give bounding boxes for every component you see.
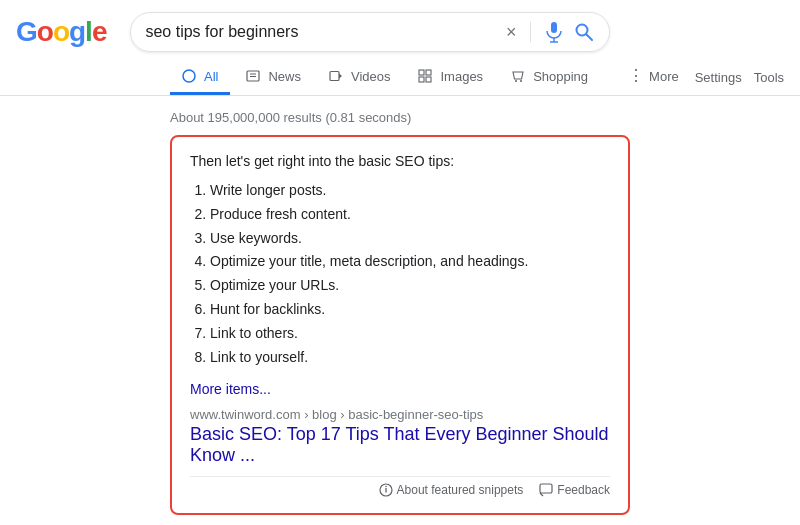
tools-link[interactable]: Tools (754, 70, 784, 85)
divider-line (530, 22, 531, 42)
search-input[interactable] (145, 23, 497, 41)
logo-o2: o (53, 16, 69, 48)
info-icon (379, 483, 393, 497)
snippet-intro: Then let's get right into the basic SEO … (190, 153, 610, 169)
tab-images-label: Images (440, 69, 483, 84)
svg-rect-11 (419, 70, 424, 75)
google-logo-text: Google (16, 16, 106, 48)
mic-icon (545, 21, 563, 43)
search-icons: × (506, 21, 596, 43)
svg-marker-10 (339, 74, 342, 79)
snippet-item-2: Produce fresh content. (210, 203, 610, 227)
snippet-item-7: Link to others. (210, 322, 610, 346)
images-tab-icon (418, 69, 432, 83)
svg-point-16 (520, 80, 522, 82)
snippet-item-5: Optimize your URLs. (210, 274, 610, 298)
logo-l: l (85, 16, 92, 48)
settings-link[interactable]: Settings (695, 70, 742, 85)
snippet-item-8: Link to yourself. (210, 346, 610, 370)
tab-all[interactable]: All (170, 61, 230, 95)
search-submit-button[interactable] (573, 21, 595, 43)
more-dots-icon: ⋮ (628, 68, 644, 84)
svg-point-19 (385, 486, 387, 488)
logo-o1: o (37, 16, 53, 48)
svg-point-15 (515, 80, 517, 82)
logo-e: e (92, 16, 107, 48)
svg-rect-14 (426, 77, 431, 82)
more-items-link[interactable]: More items... (190, 381, 271, 397)
snippet-item-3: Use keywords. (210, 227, 610, 251)
tab-news[interactable]: News (234, 61, 313, 95)
logo-g2: g (69, 16, 85, 48)
tab-videos[interactable]: Videos (317, 61, 403, 95)
logo-g: G (16, 16, 37, 48)
snippet-title-link[interactable]: Basic SEO: Top 17 Tips That Every Beginn… (190, 424, 610, 466)
search-bar: × (130, 12, 610, 52)
header: Google × (0, 0, 800, 52)
clear-button[interactable]: × (506, 22, 517, 43)
featured-snippet: Then let's get right into the basic SEO … (170, 135, 630, 515)
snippet-source-url: www.twinword.com › blog › basic-beginner… (190, 407, 610, 422)
svg-rect-12 (426, 70, 431, 75)
svg-point-5 (183, 70, 195, 82)
snippet-item-6: Hunt for backlinks. (210, 298, 610, 322)
tab-shopping[interactable]: Shopping (499, 61, 600, 95)
about-snippets-link[interactable]: About featured snippets (379, 483, 524, 497)
videos-tab-icon (329, 69, 343, 83)
svg-rect-0 (551, 22, 557, 33)
all-tab-icon (182, 69, 196, 83)
snippet-item-1: Write longer posts. (210, 179, 610, 203)
mic-button[interactable] (545, 21, 563, 43)
svg-rect-20 (540, 484, 552, 493)
svg-line-4 (587, 35, 593, 41)
snippet-item-4: Optimize your title, meta description, a… (210, 250, 610, 274)
news-tab-icon (246, 69, 260, 83)
search-icon (574, 22, 594, 42)
shopping-tab-icon (511, 69, 525, 83)
snippet-list: Write longer posts. Produce fresh conten… (210, 179, 610, 369)
nav-tabs: All News Videos Images Shopping (0, 52, 800, 96)
google-logo: Google (16, 16, 114, 48)
feedback-label: Feedback (557, 483, 610, 497)
tab-shopping-label: Shopping (533, 69, 588, 84)
results-count: About 195,000,000 results (0.81 seconds) (170, 104, 630, 135)
svg-rect-9 (330, 72, 339, 81)
feedback-link[interactable]: Feedback (539, 483, 610, 497)
tab-images[interactable]: Images (406, 61, 495, 95)
tab-more[interactable]: ⋮ More (616, 60, 691, 95)
about-snippets-label: About featured snippets (397, 483, 524, 497)
feedback-icon (539, 483, 553, 497)
svg-rect-13 (419, 77, 424, 82)
results-area: About 195,000,000 results (0.81 seconds)… (0, 96, 800, 525)
tab-news-label: News (268, 69, 301, 84)
tab-all-label: All (204, 69, 218, 84)
nav-settings: Settings Tools (695, 70, 800, 85)
tab-more-label: More (649, 69, 679, 84)
tab-videos-label: Videos (351, 69, 391, 84)
snippet-footer: About featured snippets Feedback (190, 476, 610, 497)
